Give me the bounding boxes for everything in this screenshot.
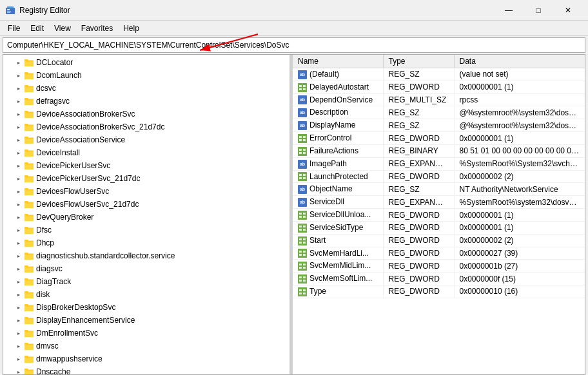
table-row[interactable]: FailureActions REG_BINARY 80 51 01 00 00… bbox=[293, 144, 585, 157]
svg-rect-33 bbox=[299, 226, 302, 227]
tree-item-label: DeviceAssociationBrokerSvc_21d7dc bbox=[36, 122, 164, 131]
tree-item[interactable]: ▸ DevicesFlowUserSvc bbox=[3, 185, 289, 198]
cell-name: DelayedAutostart bbox=[293, 81, 383, 93]
folder-icon bbox=[24, 148, 34, 157]
table-row[interactable]: abServiceDll REG_EXPAND_SZ %SystemRoot%\… bbox=[293, 196, 585, 209]
cell-type: REG_DWORD bbox=[383, 209, 454, 222]
svg-rect-7 bbox=[298, 83, 307, 92]
tree-item[interactable]: ▸ diagsvc bbox=[3, 262, 289, 275]
svg-rect-15 bbox=[299, 139, 302, 141]
tree-item[interactable]: ▸ DcomLaunch bbox=[3, 69, 289, 82]
svg-rect-50 bbox=[299, 267, 302, 269]
table-row[interactable]: SvcMemMidLim... REG_DWORD 0x0000001b (27… bbox=[293, 260, 585, 273]
tree-expander: ▸ bbox=[14, 212, 24, 222]
tree-item[interactable]: ▸ DevicesFlowUserSvc_21d7dc bbox=[3, 198, 289, 211]
minimize-button[interactable]: — bbox=[494, 0, 524, 21]
reg-dword-icon bbox=[298, 211, 307, 220]
tree-item[interactable]: ▸ DisplayEnhancementService bbox=[3, 314, 289, 327]
table-row[interactable]: ab(Default) REG_SZ (value not set) bbox=[293, 68, 585, 81]
svg-rect-26 bbox=[303, 177, 306, 179]
col-header-type[interactable]: Type bbox=[383, 55, 454, 68]
svg-rect-9 bbox=[303, 85, 306, 87]
table-row[interactable]: abObjectName REG_SZ NT Authority\Network… bbox=[293, 183, 585, 196]
reg-dword-icon bbox=[298, 249, 307, 258]
right-pane[interactable]: Name Type Data ab(Default) REG_SZ (value… bbox=[293, 55, 585, 374]
table-row[interactable]: SvcMemHardLi... REG_DWORD 0x00000027 (39… bbox=[293, 247, 585, 260]
reg-sz-icon: ab bbox=[298, 185, 307, 194]
tree-item[interactable]: ▸ defragsvc bbox=[3, 95, 289, 108]
tree-item[interactable]: ▸ disk bbox=[3, 288, 289, 301]
tree-item[interactable]: ▸ DevicePickerUserSvc_21d7dc bbox=[3, 172, 289, 185]
tree-item-label: DmEnrollmentSvc bbox=[36, 329, 98, 338]
col-header-name[interactable]: Name bbox=[293, 55, 383, 68]
cell-type: REG_DWORD bbox=[383, 132, 454, 145]
cell-data: 0x00000001 (1) bbox=[454, 209, 585, 222]
svg-rect-11 bbox=[303, 88, 306, 90]
table-row[interactable]: ErrorControl REG_DWORD 0x00000001 (1) bbox=[293, 132, 585, 145]
tree-item[interactable]: ▸ DeviceAssociationBrokerSvc bbox=[3, 108, 289, 120]
svg-rect-57 bbox=[298, 287, 307, 296]
title-bar-left: Registry Editor bbox=[5, 5, 70, 15]
tree-expander: ▸ bbox=[14, 57, 24, 68]
cell-name: SvcMemHardLi... bbox=[293, 247, 383, 260]
folder-icon bbox=[24, 174, 34, 183]
tree-item[interactable]: ▸ DeviceAssociationBrokerSvc_21d7dc bbox=[3, 120, 289, 133]
folder-icon bbox=[24, 277, 34, 286]
tree-item-label: Dnscache bbox=[36, 367, 70, 374]
svg-rect-51 bbox=[303, 267, 306, 269]
tree-item[interactable]: ▸ DispBrokerDesktopSvc bbox=[3, 301, 289, 314]
tree-item[interactable]: ▸ Dnscache bbox=[3, 365, 289, 374]
svg-rect-23 bbox=[299, 174, 302, 176]
table-row[interactable]: ServiceSidType REG_DWORD 0x00000001 (1) bbox=[293, 221, 585, 234]
maximize-button[interactable]: □ bbox=[524, 0, 553, 21]
menu-favorites[interactable]: Favorites bbox=[76, 23, 118, 34]
address-bar[interactable]: Computer\HKEY_LOCAL_MACHINE\SYSTEM\Curre… bbox=[3, 37, 585, 53]
table-row[interactable]: ServiceDllUnloa... REG_DWORD 0x00000001 … bbox=[293, 209, 585, 222]
tree-expander: ▸ bbox=[14, 341, 24, 351]
tree-item[interactable]: ▸ DevQueryBroker bbox=[3, 211, 289, 224]
table-row[interactable]: abDependOnService REG_MULTI_SZ rpcss bbox=[293, 93, 585, 106]
close-button[interactable]: ✕ bbox=[553, 0, 583, 21]
folder-icon bbox=[24, 58, 34, 67]
title-bar: Registry Editor — □ ✕ bbox=[0, 0, 588, 21]
left-pane[interactable]: ▸ DCLocator ▸ DcomLaunch ▸ bbox=[3, 55, 290, 374]
svg-rect-35 bbox=[299, 229, 302, 231]
svg-rect-25 bbox=[299, 177, 302, 179]
menu-file[interactable]: File bbox=[3, 23, 25, 34]
cell-data: 80 51 01 00 00 00 00 00 00 00 00 03 00 bbox=[454, 144, 585, 157]
table-row[interactable]: Start REG_DWORD 0x00000002 (2) bbox=[293, 234, 585, 247]
table-row[interactable]: abDisplayName REG_SZ @%systemroot%\syste… bbox=[293, 119, 585, 132]
menu-edit[interactable]: Edit bbox=[25, 23, 49, 34]
tree-item[interactable]: ▸ dmvsc bbox=[3, 340, 289, 352]
table-row[interactable]: abImagePath REG_EXPAND_SZ %SystemRoot%\S… bbox=[293, 157, 585, 170]
tree-item[interactable]: ▸ DmEnrollmentSvc bbox=[3, 327, 289, 340]
cell-name: ab(Default) bbox=[293, 68, 383, 81]
svg-rect-41 bbox=[303, 242, 306, 244]
tree-item[interactable]: ▸ Dhcp bbox=[3, 236, 289, 249]
tree-item[interactable]: ▸ DeviceAssociationService bbox=[3, 133, 289, 146]
tree-item[interactable]: ▸ DiagTrack bbox=[3, 275, 289, 288]
folder-icon bbox=[24, 251, 34, 260]
cell-name: SvcMemSoftLim... bbox=[293, 273, 383, 285]
tree-item-label: DcomLaunch bbox=[36, 71, 82, 80]
tree-item[interactable]: ▸ Dfsc bbox=[3, 224, 289, 236]
table-row[interactable]: LaunchProtected REG_DWORD 0x00000002 (2) bbox=[293, 170, 585, 183]
tree-item[interactable]: ▸ DCLocator bbox=[3, 56, 289, 69]
tree-item[interactable]: ▸ diagnosticshub.standardcollector.servi… bbox=[3, 249, 289, 262]
svg-rect-43 bbox=[299, 251, 302, 253]
cell-type: REG_EXPAND_SZ bbox=[383, 157, 454, 170]
table-row[interactable]: SvcMemSoftLim... REG_DWORD 0x0000000f (1… bbox=[293, 273, 585, 285]
col-header-data[interactable]: Data bbox=[454, 55, 585, 68]
tree-item[interactable]: ▸ dmwappushservice bbox=[3, 352, 289, 365]
table-row[interactable]: DelayedAutostart REG_DWORD 0x00000001 (1… bbox=[293, 81, 585, 93]
tree-item[interactable]: ▸ dcsvc bbox=[3, 82, 289, 95]
cell-type: REG_DWORD bbox=[383, 247, 454, 260]
table-row[interactable]: Type REG_DWORD 0x00000010 (16) bbox=[293, 285, 585, 298]
menu-view[interactable]: View bbox=[49, 23, 76, 34]
table-row[interactable]: abDescription REG_SZ @%systemroot%\syste… bbox=[293, 106, 585, 119]
menu-help[interactable]: Help bbox=[118, 23, 144, 34]
cell-type: REG_SZ bbox=[383, 106, 454, 119]
folder-icon bbox=[24, 97, 34, 106]
tree-item[interactable]: ▸ DevicePickerUserSvc bbox=[3, 159, 289, 172]
tree-item[interactable]: ▸ DeviceInstall bbox=[3, 146, 289, 159]
